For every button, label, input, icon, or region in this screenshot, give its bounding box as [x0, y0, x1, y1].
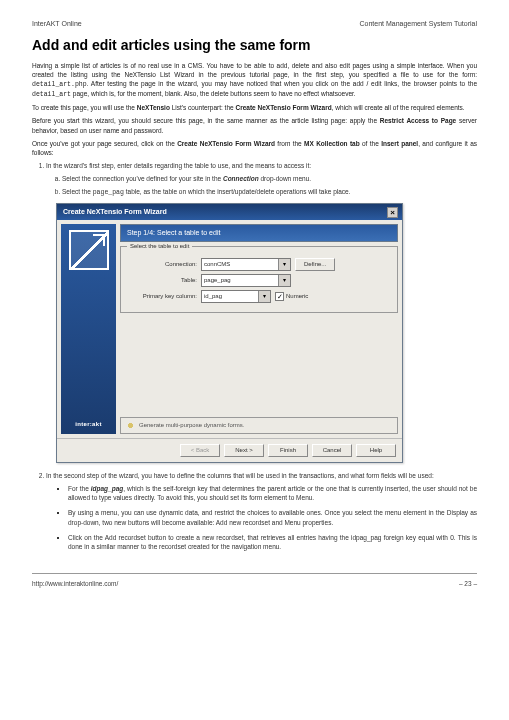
chevron-down-icon: ▾ [278, 275, 290, 286]
numeric-checkbox[interactable]: ✓ Numeric [275, 292, 308, 301]
paragraph-4: Once you've got your page secured, click… [32, 139, 477, 157]
fieldset-legend: Select the table to edit [127, 242, 192, 250]
divider [32, 573, 477, 574]
help-button[interactable]: Help [356, 444, 396, 457]
list-item: By using a menu, you can use dynamic dat… [68, 508, 477, 526]
ordered-list-1: In the wizard's first step, enter detail… [32, 161, 477, 551]
footer-page: – 23 – [459, 580, 477, 587]
wizard-step-title: Step 1/4: Select a table to edit [120, 224, 398, 242]
wizard-hint: Generate multi-purpose dynamic forms. [120, 417, 398, 434]
table-label: Table: [127, 276, 197, 284]
list-item: In the second step of the wizard, you ha… [46, 471, 477, 551]
pk-label: Primary key column: [127, 292, 197, 300]
finish-button[interactable]: Finish [268, 444, 308, 457]
header-left: InterAKT Online [32, 20, 82, 27]
chevron-down-icon: ▾ [258, 291, 270, 302]
footer-url: http://www.interaktonline.com/ [32, 580, 118, 587]
wizard-sidebar: inter:akt [61, 224, 116, 434]
wizard-title: Create NeXTensio Form Wizard [63, 207, 167, 217]
checkbox-icon: ✓ [275, 292, 284, 301]
paragraph-2: To create this page, you will use the Ne… [32, 103, 477, 112]
wizard-footer: < Back Next > Finish Cancel Help [57, 438, 402, 462]
connection-label: Connection: [127, 260, 197, 268]
list-item: For the idpag_pag, which is the self-for… [68, 484, 477, 502]
connection-select[interactable]: connCMS▾ [201, 258, 291, 271]
list-item: Select the page_pag table, as the table … [62, 187, 477, 197]
list-item: In the wizard's first step, enter detail… [46, 162, 311, 169]
pk-select[interactable]: id_pag▾ [201, 290, 271, 303]
page-title: Add and edit articles using the same for… [32, 37, 477, 53]
gear-icon [126, 421, 135, 430]
header-right: Content Management System Tutorial [359, 20, 477, 27]
cancel-button[interactable]: Cancel [312, 444, 352, 457]
list-item: Click on the Add recordset button to cre… [68, 533, 477, 551]
paragraph-1: Having a simple list of articles is of n… [32, 61, 477, 99]
next-button[interactable]: Next > [224, 444, 264, 457]
wizard-dialog: Create NeXTensio Form Wizard × inter:akt… [56, 203, 403, 463]
brand-label: inter:akt [75, 420, 101, 428]
chevron-down-icon: ▾ [278, 259, 290, 270]
define-button[interactable]: Define... [295, 258, 335, 271]
back-button[interactable]: < Back [180, 444, 220, 457]
close-icon[interactable]: × [387, 207, 398, 218]
table-select[interactable]: page_pag▾ [201, 274, 291, 287]
paragraph-3: Before you start this wizard, you should… [32, 116, 477, 134]
list-item: Select the connection you've defined for… [62, 174, 477, 183]
arrow-icon [69, 230, 109, 270]
